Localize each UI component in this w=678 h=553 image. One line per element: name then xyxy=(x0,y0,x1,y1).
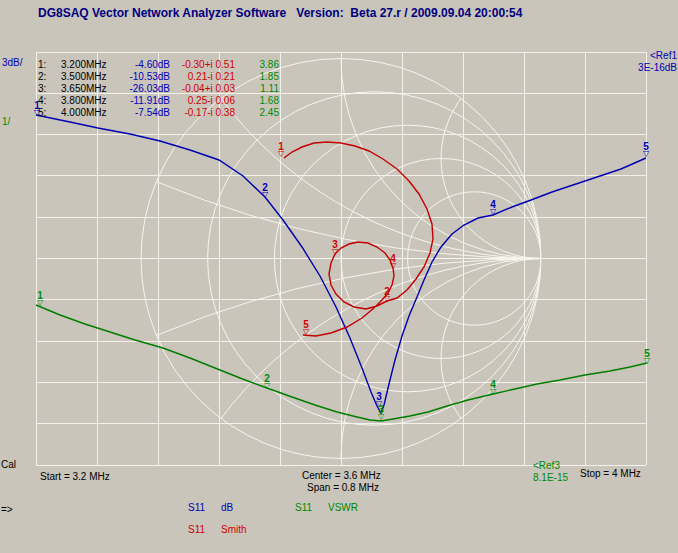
marker-vswr-value: 3.86 xyxy=(243,59,279,70)
ref1-value: 3E-16dB xyxy=(600,62,677,73)
marker-5-vswr[interactable]: 5▽ xyxy=(644,349,650,365)
marker-triangle-icon: ▽ xyxy=(37,299,43,307)
marker-1-smith[interactable]: 1▽ xyxy=(278,142,284,158)
marker-3-smith[interactable]: 3▽ xyxy=(332,240,338,256)
legend-s11-smith-type[interactable]: Smith xyxy=(221,524,247,535)
marker-triangle-icon: ▽ xyxy=(262,191,268,199)
marker-index: 1: xyxy=(38,59,46,70)
legend-s11-smith-name[interactable]: S11 xyxy=(188,524,205,535)
sweep-span-label[interactable]: Span = 0.8 MHz xyxy=(307,482,379,493)
vswr-scale-label[interactable]: 1/ xyxy=(2,116,10,127)
sweep-stop-label[interactable]: Stop = 4 MHz xyxy=(580,468,641,479)
marker-triangle-icon: ▽ xyxy=(490,208,496,216)
marker-gamma-value: -0.04+i 0.03 xyxy=(173,83,235,94)
marker-frequency: 3.650MHz xyxy=(61,83,107,94)
ref3-label[interactable]: <Ref3 xyxy=(533,460,560,471)
marker-db-value: -4.60dB xyxy=(118,59,170,70)
marker-index: 2: xyxy=(38,71,46,82)
sweep-center-label[interactable]: Center = 3.6 MHz xyxy=(302,470,381,481)
sweep-start-label[interactable]: Start = 3.2 MHz xyxy=(40,471,110,482)
app-title: DG8SAQ Vector Network Analyzer Software … xyxy=(38,8,522,19)
marker-triangle-icon: ▽ xyxy=(264,382,270,390)
marker-db-value: -7.54dB xyxy=(118,107,170,118)
legend-s11-vswr-type[interactable]: VSWR xyxy=(328,502,358,513)
marker-triangle-icon: ▽ xyxy=(303,328,309,336)
marker-gamma-value: 0.25-i 0.06 xyxy=(173,95,235,106)
marker-vswr-value: 1.11 xyxy=(243,83,279,94)
vna-app-window: DG8SAQ Vector Network Analyzer Software … xyxy=(0,0,678,553)
marker-vswr-value: 1.68 xyxy=(243,95,279,106)
marker-triangle-icon: ▽ xyxy=(390,262,396,270)
marker-triangle-icon: ▽ xyxy=(378,413,384,421)
marker-5-smith[interactable]: 5▽ xyxy=(303,320,309,336)
marker-gamma-value: 0.21-i 0.21 xyxy=(173,71,235,82)
legend-s11-vswr-name[interactable]: S11 xyxy=(295,502,312,513)
marker-triangle-icon: ▽ xyxy=(644,357,650,365)
marker-index: 3: xyxy=(38,83,46,94)
marker-gamma-value: -0.17-i 0.38 xyxy=(173,107,235,118)
ref3-value: 8.1E-15 xyxy=(533,472,568,483)
marker-2-db[interactable]: 2▽ xyxy=(262,183,268,199)
marker-1-vswr[interactable]: 1▽ xyxy=(37,291,43,307)
marker-1-db[interactable]: 1▽ xyxy=(34,101,40,117)
marker-triangle-icon: ▽ xyxy=(278,150,284,158)
marker-frequency: 3.500MHz xyxy=(61,71,107,82)
marker-5-db[interactable]: 5▽ xyxy=(643,142,649,158)
marker-frequency: 4.000MHz xyxy=(61,107,107,118)
marker-gamma-value: -0.30+i 0.51 xyxy=(173,59,235,70)
marker-triangle-icon: ▽ xyxy=(490,388,496,396)
marker-triangle-icon: ▽ xyxy=(384,295,390,303)
marker-triangle-icon: ▽ xyxy=(332,248,338,256)
marker-db-value: -26.03dB xyxy=(118,83,170,94)
marker-db-value: -10.53dB xyxy=(118,71,170,82)
marker-4-vswr[interactable]: 4▽ xyxy=(490,380,496,396)
marker-3-vswr[interactable]: 3▽ xyxy=(378,405,384,421)
marker-4-db[interactable]: 4▽ xyxy=(490,200,496,216)
marker-db-value: -11.91dB xyxy=(118,95,170,106)
ref1-label[interactable]: <Ref1 xyxy=(600,50,677,61)
marker-frequency: 3.800MHz xyxy=(61,95,107,106)
marker-triangle-icon: ▽ xyxy=(643,150,649,158)
sweep-arrow-indicator: => xyxy=(1,504,13,515)
legend-s11-db-name[interactable]: S11 xyxy=(188,502,205,513)
db-scale-label[interactable]: 3dB/ xyxy=(2,57,23,68)
legend-s11-db-type[interactable]: dB xyxy=(221,502,233,513)
marker-vswr-value: 1.85 xyxy=(243,71,279,82)
marker-triangle-icon: ▽ xyxy=(34,109,40,117)
marker-2-smith[interactable]: 2▽ xyxy=(384,287,390,303)
marker-vswr-value: 2.45 xyxy=(243,107,279,118)
cal-status-label[interactable]: Cal xyxy=(1,459,16,470)
marker-2-vswr[interactable]: 2▽ xyxy=(264,374,270,390)
marker-4-smith[interactable]: 4▽ xyxy=(390,254,396,270)
marker-frequency: 3.200MHz xyxy=(61,59,107,70)
